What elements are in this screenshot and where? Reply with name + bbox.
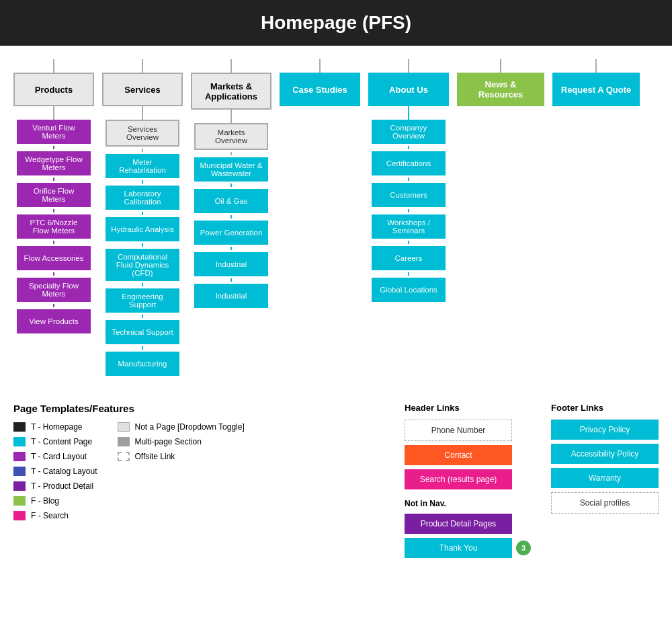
legend-card: T - Card Layout (13, 452, 97, 461)
services-lab-cal[interactable]: Laboratory Calibration (106, 186, 179, 210)
markets-overview[interactable]: Markets Overview (194, 123, 268, 150)
legend-offsite: Offsite Link (118, 452, 245, 461)
markets-industrial-2[interactable]: Industrial (194, 284, 268, 308)
about-global[interactable]: Global Locations (372, 278, 446, 302)
accessibility-policy-link[interactable]: Accessibility Policy (551, 444, 659, 464)
footer-links-section: Footer Links Privacy Policy Accessibilit… (551, 403, 659, 518)
nav-col-about: About Us Companyy Overview Certification… (368, 59, 449, 302)
products-wedgetype[interactable]: Wedgetype Flow Meters (17, 151, 91, 175)
swatch-product-detail (13, 481, 26, 491)
products-venturi[interactable]: Venturi Flow Meters (17, 120, 91, 144)
thank-you-link[interactable]: Thank You (405, 538, 512, 558)
nav-col-markets: Markets & Applications Markets Overview … (191, 59, 271, 308)
services-engineering[interactable]: Engineering Support (106, 288, 179, 313)
privacy-policy-link[interactable]: Privacy Policy (551, 420, 659, 440)
footer-links-title: Footer Links (551, 403, 659, 413)
markets-industrial-1[interactable]: Industrial (194, 252, 268, 276)
nav-services[interactable]: Services (102, 73, 183, 106)
warranty-link[interactable]: Warranty (551, 468, 659, 488)
about-company[interactable]: Companyy Overview (372, 120, 446, 144)
about-customers[interactable]: Customers (372, 183, 446, 207)
markets-oil-gas[interactable]: Oil & Gas (194, 189, 268, 213)
markets-power[interactable]: Power Generation (194, 221, 268, 245)
legend-title: Page Templates/Features (13, 403, 269, 414)
products-orifice[interactable]: Orifice Flow Meters (17, 183, 91, 207)
about-careers[interactable]: Careers (372, 246, 446, 270)
legend-content: T - Content Page (13, 437, 97, 446)
legend-homepage: T - Homepage (13, 422, 97, 432)
about-workshops[interactable]: Workshops / Seminars (372, 214, 446, 239)
legend-catalog: T - Catalog Layout (13, 467, 97, 476)
swatch-content (13, 437, 26, 446)
not-in-nav-title: Not in Nav. (405, 499, 531, 508)
nav-col-services: Services Services Overview Meter Rehabil… (102, 59, 183, 376)
nav-col-quote: Request A Quote (552, 59, 640, 106)
bottom-section: Page Templates/Features T - Homepage T -… (0, 403, 672, 558)
services-hydraulic[interactable]: Hydraulic Analysis (106, 217, 179, 241)
product-detail-pages-link[interactable]: Product Detail Pages (405, 514, 512, 534)
swatch-not-page (118, 422, 130, 432)
legend-not-page: Not a Page [Dropdown Toggle] (118, 422, 245, 432)
swatch-blog (13, 496, 26, 506)
products-view-all[interactable]: View Products (17, 309, 91, 333)
swatch-catalog (13, 467, 26, 476)
services-meter-rehab[interactable]: Meter Rehabilitation (106, 154, 179, 178)
services-technical[interactable]: Technical Support (106, 320, 179, 344)
header-links-title: Header Links (405, 403, 531, 413)
products-ptc[interactable]: PTC 6/Nozzle Flow Meters (17, 214, 91, 239)
services-manufacturing[interactable]: Manufacturing (106, 352, 179, 376)
header-links-section: Header Links Phone Number Contact Search… (405, 403, 531, 558)
products-flow-accessories[interactable]: Flow Accessories (17, 246, 91, 270)
nav-quote[interactable]: Request A Quote (552, 73, 640, 106)
swatch-card (13, 452, 26, 461)
nav-case-studies[interactable]: Case Studies (280, 73, 360, 106)
swatch-homepage (13, 422, 26, 432)
nav-news[interactable]: News & Resources (457, 73, 544, 106)
swatch-offsite (118, 452, 130, 461)
nav-col-products: Products Venturi Flow Meters Wedgetype F… (13, 59, 94, 333)
nav-products[interactable]: Products (13, 73, 94, 106)
sitemap: Products Venturi Flow Meters Wedgetype F… (0, 46, 672, 383)
nav-markets[interactable]: Markets & Applications (191, 73, 271, 110)
legend-multipage: Multi-page Section (118, 437, 245, 446)
page-title: Homepage (PFS) (0, 0, 672, 46)
services-cfd[interactable]: Computational Fluid Dynamics (CFD) (106, 249, 179, 281)
legend-product-detail: T - Product Detail (13, 481, 97, 491)
contact-link[interactable]: Contact (405, 445, 512, 465)
swatch-search (13, 511, 26, 520)
legend-col-right: Not a Page [Dropdown Toggle] Multi-page … (118, 422, 245, 520)
phone-number-link[interactable]: Phone Number (405, 420, 512, 441)
services-overview[interactable]: Services Overview (106, 120, 179, 147)
nav-col-news: News & Resources (457, 59, 544, 106)
nav-about[interactable]: About Us (368, 73, 449, 106)
swatch-multipage (118, 437, 130, 446)
legend-blog: F - Blog (13, 496, 97, 506)
nav-col-case-studies: Case Studies (280, 59, 360, 106)
legend-search: F - Search (13, 511, 97, 520)
products-specialty[interactable]: Specialty Flow Meters (17, 278, 91, 302)
about-certifications[interactable]: Certifications (372, 151, 446, 175)
social-profiles-link[interactable]: Social profiles (551, 492, 659, 514)
markets-municipal[interactable]: Municipal Water & Wastewater (194, 157, 268, 182)
legend: Page Templates/Features T - Homepage T -… (13, 403, 269, 558)
search-results-link[interactable]: Search (results page) (405, 469, 512, 489)
thank-you-badge: 3 (516, 541, 531, 555)
legend-col-left: T - Homepage T - Content Page T - Card L… (13, 422, 97, 520)
